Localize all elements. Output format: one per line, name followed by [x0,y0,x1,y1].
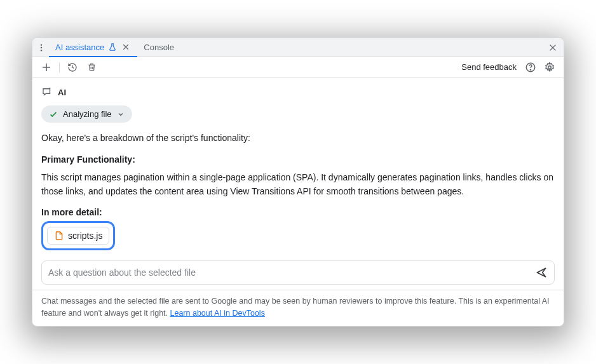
response-intro: Okay, here's a breakdown of the script's… [41,131,555,145]
response-heading-1: Primary Functionality: [41,154,555,165]
learn-more-link[interactable]: Learn about AI in DevTools [170,309,265,318]
close-tab-icon[interactable] [121,42,131,52]
send-button[interactable] [535,266,548,279]
tab-bar: AI assistance Console [32,38,564,57]
chat-input[interactable] [48,267,535,278]
chip-text: Analyzing file [63,109,112,119]
file-icon [54,231,64,241]
chat-content: AI Analyzing file Okay, here's a breakdo… [32,78,564,257]
response-heading-2: In more detail: [41,207,555,217]
tab-label: AI assistance [55,43,104,52]
ai-label: AI [58,88,66,97]
tab-label: Console [144,43,174,52]
disclaimer-text: Chat messages and the selected file are … [41,297,550,318]
delete-button[interactable] [84,60,99,75]
help-button[interactable] [523,60,538,75]
settings-button[interactable] [542,60,557,75]
tab-console[interactable]: Console [137,38,180,57]
response-paragraph-1: This script manages pagination within a … [41,171,555,198]
close-panel-icon[interactable] [546,41,560,55]
separator [59,62,60,72]
selected-file-chip[interactable]: scripts.js [47,227,109,245]
chevron-down-icon [117,111,125,118]
chat-input-box [41,260,555,285]
svg-point-5 [548,65,552,69]
svg-point-4 [530,69,531,70]
more-tabs-icon[interactable] [35,41,48,54]
devtools-panel: AI assistance Console Send feedback [32,37,564,327]
tab-ai-assistance[interactable]: AI assistance [49,38,137,57]
status-chip[interactable]: Analyzing file [41,105,132,123]
input-row [41,260,555,285]
toolbar: Send feedback [32,57,564,78]
flask-icon [108,43,117,51]
svg-point-0 [41,44,42,45]
file-highlight: scripts.js [41,221,115,250]
new-chat-button[interactable] [39,60,54,75]
file-name: scripts.js [68,231,102,241]
disclaimer-footer: Chat messages and the selected file are … [32,290,564,326]
sparkle-chat-icon [41,86,53,98]
send-feedback-link[interactable]: Send feedback [461,62,517,72]
history-button[interactable] [65,60,80,75]
check-icon [49,110,58,119]
svg-point-2 [41,50,42,51]
ai-header: AI [41,86,555,98]
svg-point-1 [41,46,42,48]
